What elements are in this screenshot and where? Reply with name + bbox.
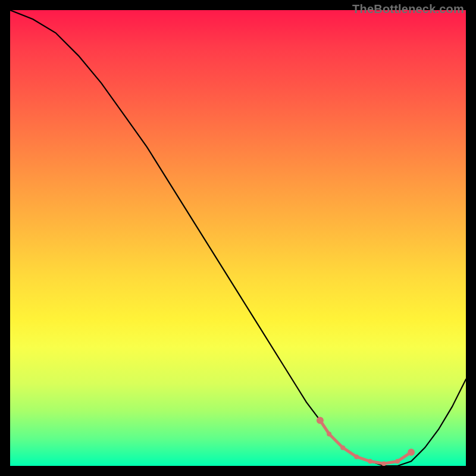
plot-area	[10, 10, 466, 466]
optimal-zone-line	[320, 420, 411, 464]
watermark-text: TheBottleneck.com	[352, 2, 464, 16]
chart-frame: TheBottleneck.com	[0, 0, 476, 476]
curve-svg	[10, 10, 466, 466]
bottleneck-curve	[10, 10, 466, 466]
